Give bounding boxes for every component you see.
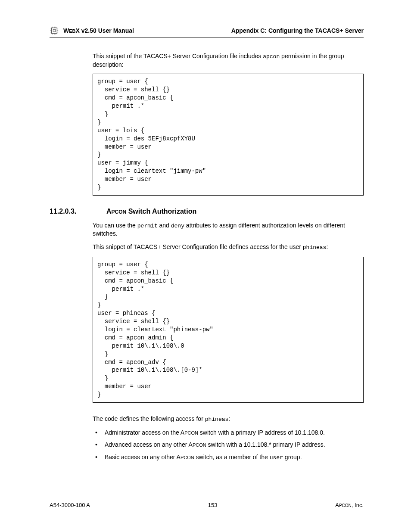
- content-body: This snippet of the TACACS+ Server Confi…: [93, 52, 364, 196]
- page-header: WEBX v2.50 User Manual Appendix C: Confi…: [50, 26, 364, 37]
- document-page: WEBX v2.50 User Manual Appendix C: Confi…: [0, 0, 411, 532]
- code-snippet-1: group = user { service = shell {} cmd = …: [93, 74, 364, 195]
- result-paragraph: The code defines the following access fo…: [93, 415, 364, 423]
- section-body: You can use the permit and deny attribut…: [93, 221, 364, 462]
- list-item: Advanced access on any other APCON switc…: [93, 441, 364, 449]
- header-title-right: Appendix C: Configuring the TACACS+ Serv…: [231, 27, 364, 34]
- list-item: Basic access on any other APCON switch, …: [93, 453, 364, 462]
- footer-company: APCON, Inc.: [335, 502, 364, 508]
- page-footer: A54-3000-100 A 153 APCON, Inc.: [50, 502, 364, 508]
- intro-paragraph: This snippet of the TACACS+ Server Confi…: [93, 52, 364, 68]
- code-snippet-2: group = user { service = shell {} cmd = …: [93, 257, 364, 403]
- footer-doc-id: A54-3000-100 A: [50, 502, 90, 508]
- list-item: Administrator access on the APCON switch…: [93, 429, 364, 437]
- svg-rect-0: [52, 28, 57, 34]
- header-left: WEBX v2.50 User Manual: [50, 26, 134, 35]
- chip-icon: [50, 26, 59, 35]
- auth-para-1: You can use the permit and deny attribut…: [93, 221, 364, 238]
- section-title: APCON Switch Authorization: [106, 208, 196, 215]
- svg-rect-1: [53, 29, 56, 32]
- access-list: Administrator access on the APCON switch…: [93, 429, 364, 462]
- auth-para-2: This snippet of TACACS+ Server Configura…: [93, 243, 364, 252]
- header-title-left: WEBX v2.50 User Manual: [63, 27, 134, 34]
- footer-page-number: 153: [208, 502, 218, 508]
- section-number: 11.2.0.3.: [50, 208, 93, 215]
- section-heading: 11.2.0.3. APCON Switch Authorization: [50, 208, 364, 215]
